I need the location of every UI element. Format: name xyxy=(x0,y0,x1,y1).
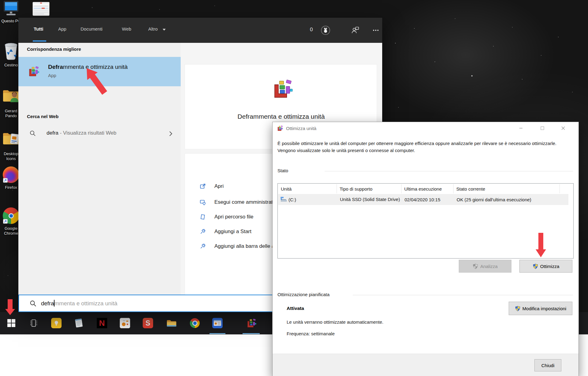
dialog-description: È possibile ottimizzare le unità del com… xyxy=(277,140,565,154)
taskbar-system-monitor[interactable] xyxy=(212,318,223,328)
schedule-description: Le unità verranno ottimizzate automatica… xyxy=(287,319,383,325)
start-button[interactable] xyxy=(6,318,17,328)
cell-current-status: OK (25 giorni dall'ultima esecuzione) xyxy=(457,194,558,205)
notepad-icon xyxy=(74,318,84,328)
schedule-frequency: Frequenza: settimanale xyxy=(287,331,335,336)
window-preview-icon xyxy=(32,2,50,16)
column-header-unita[interactable]: Unità xyxy=(281,184,292,194)
drives-list: Unità Tipo di supporto Ultima esecuzione… xyxy=(277,183,574,259)
section-divider xyxy=(353,295,573,295)
maximize-button[interactable] xyxy=(538,125,547,132)
search-query-text: deframmenta e ottimizza unità xyxy=(41,300,117,307)
uac-shield-icon xyxy=(473,263,478,269)
file-location-icon xyxy=(200,214,206,220)
schedule-status: Attivata xyxy=(287,306,304,311)
close-icon[interactable] xyxy=(559,125,567,132)
file-explorer-icon xyxy=(166,319,177,328)
running-indicator xyxy=(209,333,225,334)
result-type: App xyxy=(48,73,56,78)
schedule-section-label: Ottimizzazione pianificata xyxy=(277,292,330,297)
column-divider[interactable] xyxy=(337,184,337,193)
s-app-icon: S xyxy=(143,318,153,328)
search-results-list: Corrispondenza migliore Deframmenta e ot… xyxy=(18,43,181,312)
running-indicator xyxy=(243,333,260,334)
pin-icon xyxy=(200,243,206,249)
chevron-down-icon xyxy=(162,28,166,31)
detail-title: Deframmenta e ottimizza unità xyxy=(185,113,377,120)
drive-row[interactable]: (C:) Unità SSD (Solid State Drive) 02/04… xyxy=(278,194,568,205)
section-divider xyxy=(325,171,573,171)
modifica-impostazioni-button[interactable]: Modifica impostazioni xyxy=(509,302,572,315)
analizza-button: Analizza xyxy=(459,260,511,273)
more-options-icon[interactable] xyxy=(373,30,374,31)
column-header-tipo[interactable]: Tipo di supporto xyxy=(340,184,372,194)
rewards-count: 0 xyxy=(310,27,313,33)
shortcut-arrow-icon xyxy=(3,219,8,224)
column-header-ultima[interactable]: Ultima esecuzione xyxy=(404,184,442,194)
taskbar-media-app[interactable] xyxy=(120,318,130,328)
ottimizza-unita-dialog: Ottimizza unità È possibile ottimizzare … xyxy=(272,122,579,376)
defrag-icon xyxy=(246,318,256,329)
cell-unit: (C:) xyxy=(288,194,336,205)
rewards-medal-icon[interactable] xyxy=(320,24,331,36)
column-divider[interactable] xyxy=(401,184,401,193)
pin-icon xyxy=(200,229,206,235)
feedback-person-icon[interactable] xyxy=(351,26,360,35)
uac-shield-icon xyxy=(533,263,538,269)
defrag-icon xyxy=(271,78,293,99)
best-match-header: Corrispondenza migliore xyxy=(27,47,81,52)
web-search-header: Cerca nel Web xyxy=(27,114,58,119)
chrome-icon xyxy=(190,318,200,328)
tab-app[interactable]: App xyxy=(58,26,66,32)
admin-shield-icon xyxy=(200,199,206,205)
chiudi-button[interactable]: Chiudi xyxy=(534,359,561,371)
user-folder-icon xyxy=(2,87,20,106)
open-icon xyxy=(200,183,206,189)
column-header-stato[interactable]: Stato corrente xyxy=(456,184,485,194)
media-folder-icon xyxy=(2,129,20,149)
taskbar-file-explorer[interactable] xyxy=(166,318,177,328)
taskbar-s-app[interactable]: S xyxy=(143,318,153,328)
tab-web[interactable]: Web xyxy=(122,26,131,32)
taskbar-google-keep[interactable] xyxy=(51,318,62,328)
defrag-icon xyxy=(28,65,39,77)
taskbar-chrome[interactable] xyxy=(190,318,200,328)
result-title: Deframmenta e ottimizza unità xyxy=(48,64,128,70)
dialog-footer: Chiudi xyxy=(273,354,579,376)
google-keep-icon xyxy=(51,318,62,328)
taskbar-defrag[interactable] xyxy=(246,318,256,328)
cell-last-run: 02/04/2020 10:15 xyxy=(405,194,452,205)
netflix-icon: N xyxy=(97,318,107,328)
shortcut-arrow-icon xyxy=(3,178,8,183)
windows-desktop: Questo PC Cestino Gerard Pando xyxy=(0,0,588,376)
system-monitor-icon xyxy=(212,318,223,328)
minimize-button[interactable] xyxy=(517,125,525,132)
windows-logo-icon xyxy=(7,319,15,327)
task-view-icon xyxy=(29,319,38,327)
web-search-result[interactable]: defra - Visualizza risultati Web xyxy=(18,125,181,143)
ottimizza-button[interactable]: Ottimizza xyxy=(519,260,572,273)
recycle-bin-icon xyxy=(3,41,19,61)
tab-tutti[interactable]: Tutti xyxy=(34,26,43,32)
task-view-button[interactable] xyxy=(28,318,39,328)
column-divider[interactable] xyxy=(453,184,454,193)
search-icon xyxy=(29,300,37,307)
taskbar-netflix[interactable]: N xyxy=(97,318,107,328)
uac-shield-icon xyxy=(515,306,521,311)
this-pc-icon xyxy=(2,1,20,17)
drive-icon xyxy=(281,197,287,202)
desktop-icon-file-window-preview[interactable] xyxy=(32,2,50,17)
tab-documenti[interactable]: Documenti xyxy=(81,26,103,32)
search-header: Tutti App Documenti Web Altro 0 xyxy=(18,18,382,43)
cell-media-type: Unità SSD (Solid State Drive) xyxy=(340,194,400,205)
defrag-icon xyxy=(277,125,283,131)
column-divider[interactable] xyxy=(560,184,560,193)
search-icon xyxy=(29,130,36,137)
status-section-label: Stato xyxy=(277,168,288,173)
media-app-icon xyxy=(120,318,130,328)
chevron-right-icon[interactable] xyxy=(169,131,173,136)
best-match-result[interactable]: Deframmenta e ottimizza unità App xyxy=(18,57,181,86)
active-tab-underline xyxy=(33,40,46,42)
tab-altro[interactable]: Altro xyxy=(148,26,158,32)
taskbar-notepad[interactable] xyxy=(74,318,84,328)
